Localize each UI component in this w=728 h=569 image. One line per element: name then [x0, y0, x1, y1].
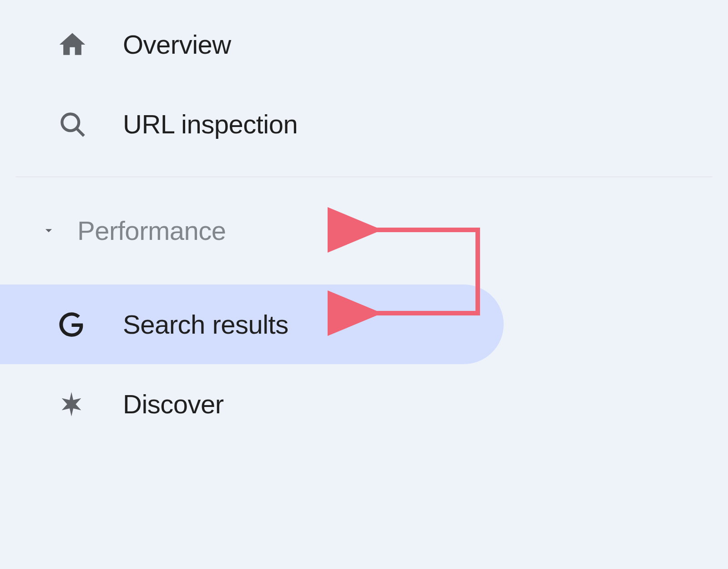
search-icon: [57, 109, 123, 140]
svg-line-1: [77, 128, 84, 136]
svg-point-0: [62, 114, 79, 131]
sidebar-item-discover[interactable]: Discover: [0, 364, 728, 444]
sidebar-item-label: Overview: [123, 29, 231, 60]
google-g-icon: [57, 310, 123, 339]
section-header-performance[interactable]: Performance: [0, 205, 728, 255]
sidebar-item-label: Search results: [123, 309, 288, 340]
asterisk-icon: [57, 390, 123, 419]
sidebar-item-label: Discover: [123, 389, 224, 419]
sidebar: Overview URL inspection Performance Sear…: [0, 0, 728, 569]
home-icon: [57, 29, 123, 60]
sidebar-item-url-inspection[interactable]: URL inspection: [0, 84, 728, 164]
sidebar-item-label: URL inspection: [123, 109, 298, 139]
sidebar-item-search-results[interactable]: Search results: [0, 284, 504, 364]
chevron-down-icon: [41, 223, 77, 238]
section-label: Performance: [77, 215, 226, 246]
sidebar-item-overview[interactable]: Overview: [0, 5, 728, 84]
divider: [16, 177, 712, 177]
